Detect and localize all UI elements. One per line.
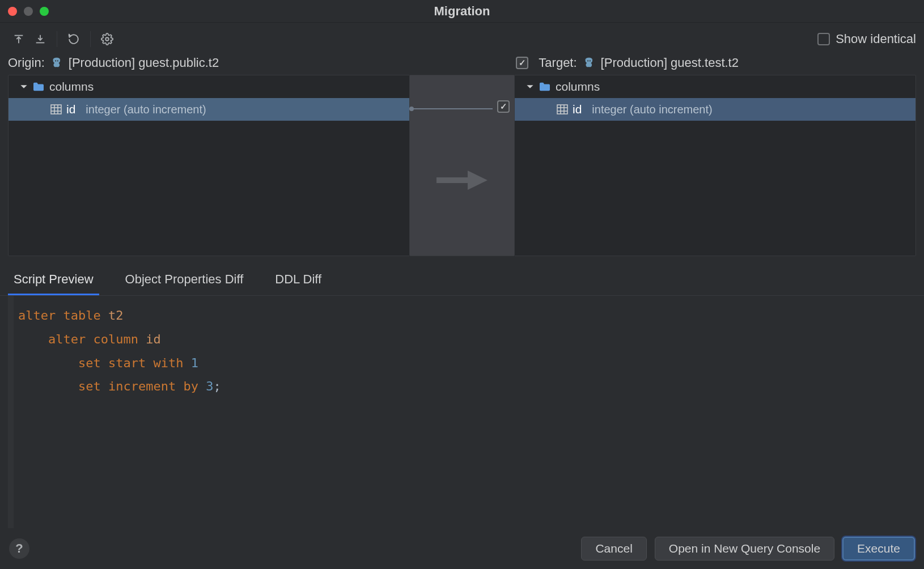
svg-rect-15: [557, 105, 567, 114]
svg-point-8: [590, 60, 591, 61]
svg-point-5: [55, 60, 56, 61]
cancel-button[interactable]: Cancel: [581, 537, 646, 560]
origin-tree[interactable]: columns id integer (auto increment): [8, 75, 410, 256]
script-preview-editor[interactable]: alter table t2 alter column id set start…: [8, 296, 916, 528]
diff-connector: [410, 75, 514, 256]
column-name: id: [66, 103, 75, 116]
tree-group-label: columns: [556, 80, 600, 94]
separator: [90, 31, 91, 47]
origin-label: Origin:: [8, 56, 45, 70]
svg-rect-9: [51, 105, 61, 114]
folder-icon: [32, 82, 45, 92]
target-tree[interactable]: columns id integer (auto increment): [514, 75, 916, 256]
execute-button[interactable]: Execute: [842, 537, 915, 560]
target-label: Target:: [539, 56, 577, 70]
tree-row[interactable]: id integer (auto increment): [9, 98, 409, 121]
column-type: integer (auto increment): [86, 103, 206, 116]
minimize-icon[interactable]: [24, 7, 33, 16]
show-identical-label: Show identical: [836, 32, 916, 46]
chevron-down-icon: [526, 83, 534, 91]
tree-group-label: columns: [49, 80, 94, 94]
arrow-right-icon: [434, 166, 490, 194]
tree-row[interactable]: columns: [9, 75, 409, 98]
target-header: Target: [Production] guest.test.t2: [512, 56, 916, 70]
tab-object-properties-diff[interactable]: Object Properties Diff: [120, 267, 249, 295]
column-type: integer (auto increment): [592, 103, 712, 116]
open-in-new-query-console-button[interactable]: Open in New Query Console: [655, 537, 834, 560]
tab-strip: Script Preview Object Properties Diff DD…: [0, 256, 924, 296]
separator: [57, 31, 57, 47]
origin-target-row: Origin: [Production] guest.public.t2 Tar…: [0, 56, 924, 75]
column-icon: [50, 104, 62, 114]
apply-change-checkbox[interactable]: [497, 100, 510, 113]
expand-all-button[interactable]: [8, 28, 29, 50]
refresh-button[interactable]: [63, 28, 84, 50]
svg-point-6: [57, 60, 58, 61]
tab-ddl-diff[interactable]: DDL Diff: [269, 267, 327, 295]
postgres-icon: [583, 57, 595, 69]
svg-point-4: [105, 37, 109, 41]
toolbar: Show identical: [0, 23, 924, 56]
maximize-icon[interactable]: [40, 7, 49, 16]
svg-rect-14: [436, 177, 471, 183]
origin-header: Origin: [Production] guest.public.t2: [8, 56, 411, 70]
tree-row[interactable]: columns: [515, 75, 915, 98]
help-button[interactable]: ?: [9, 538, 29, 559]
settings-button[interactable]: [96, 28, 118, 50]
page-title: Migration: [434, 4, 490, 19]
folder-icon: [539, 82, 551, 92]
chevron-down-icon: [20, 83, 28, 91]
titlebar: Migration: [0, 0, 924, 23]
footer: ? Cancel Open in New Query Console Execu…: [0, 528, 924, 569]
tree-row[interactable]: id integer (auto increment): [515, 98, 915, 121]
diff-area: columns id integer (auto increment): [8, 75, 916, 256]
migration-dialog: Migration: [0, 0, 924, 569]
column-icon: [557, 104, 568, 114]
column-name: id: [573, 103, 582, 116]
collapse-all-button[interactable]: [29, 28, 51, 50]
window-controls: [8, 7, 49, 16]
tab-script-preview[interactable]: Script Preview: [8, 267, 99, 295]
connector-line: [410, 108, 493, 109]
target-path: [Production] guest.test.t2: [601, 56, 739, 70]
svg-point-7: [587, 60, 588, 61]
show-identical-checkbox[interactable]: [817, 33, 830, 45]
close-icon[interactable]: [8, 7, 17, 16]
postgres-icon: [50, 57, 63, 69]
apply-all-checkbox[interactable]: [516, 57, 528, 69]
origin-path: [Production] guest.public.t2: [69, 56, 219, 70]
